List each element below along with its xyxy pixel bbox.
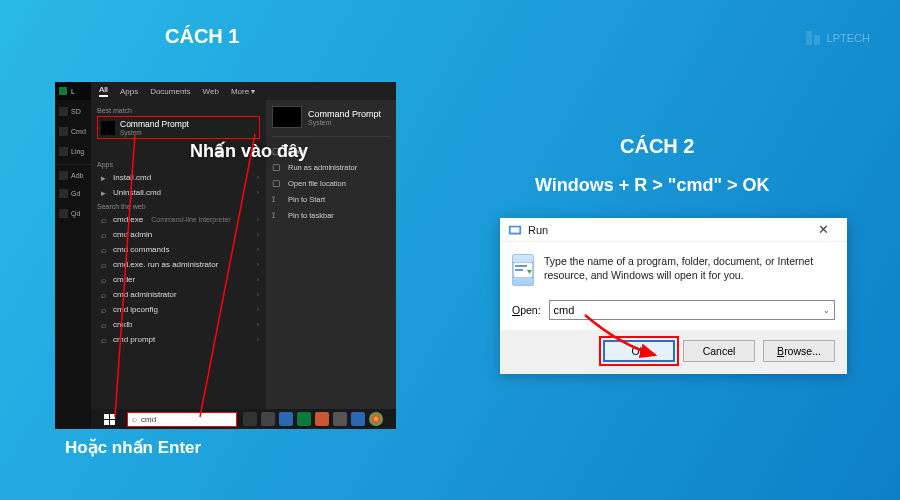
search-icon: ⌕ [98, 335, 108, 345]
web-result[interactable]: ⌕cmd prompt› [97, 332, 260, 347]
svg-rect-1 [814, 35, 820, 45]
search-filter-tabs: All Apps Documents Web More ▾ [91, 82, 396, 100]
window-rail: L SD Cmd Ling Adb Gd Qd [55, 82, 91, 429]
search-icon: ⌕ [98, 260, 108, 270]
rail-item[interactable]: SD [55, 102, 91, 120]
web-result[interactable]: ⌕cmd.exe. run as administrator› [97, 257, 260, 272]
taskbar-chrome-icon[interactable] [369, 412, 383, 426]
heading-method-2: CÁCH 2 [620, 135, 694, 158]
run-dialog: Run ✕ Type the name of a program, folder… [500, 218, 847, 374]
tab-web[interactable]: Web [203, 87, 219, 96]
web-result[interactable]: ⌕cmd ipconfig› [97, 302, 260, 317]
folder-icon: ▢ [272, 178, 282, 188]
taskbar-app-icon[interactable] [315, 412, 329, 426]
svg-rect-0 [806, 31, 812, 45]
file-icon: ▸ [98, 173, 108, 183]
close-icon: ✕ [818, 222, 829, 237]
run-button-row: OK Cancel Browse... [500, 330, 847, 374]
shield-icon: ▢ [272, 162, 282, 172]
apps-label: Apps [97, 161, 260, 168]
taskbar-app-icon[interactable] [279, 412, 293, 426]
best-match-title: Command Prompt [120, 119, 189, 129]
svg-rect-5 [110, 420, 115, 425]
cancel-button[interactable]: Cancel [683, 340, 755, 362]
action-open-location[interactable]: ▢Open file location [272, 175, 390, 191]
rail-item[interactable]: Cmd [55, 122, 91, 140]
ok-button[interactable]: OK [603, 340, 675, 362]
pin-icon: ⟟ [272, 210, 282, 220]
cmd-preview-icon [272, 106, 302, 128]
web-result[interactable]: ⌕cmder› [97, 272, 260, 287]
start-button[interactable] [91, 409, 127, 429]
search-value: cmd [141, 415, 156, 424]
search-web-label: Search the web [97, 203, 260, 210]
open-input-value: cmd [554, 304, 575, 316]
heading-method-1: CÁCH 1 [165, 25, 239, 48]
title-bar: L [55, 82, 91, 100]
svg-rect-2 [104, 414, 109, 419]
taskbar-app-icon[interactable] [297, 412, 311, 426]
search-icon: ⌕ [98, 290, 108, 300]
best-match-result[interactable]: Command Prompt System [97, 116, 260, 139]
annotation-click-here: Nhấn vào đây [190, 140, 308, 162]
web-result[interactable]: ⌕cmdb› [97, 317, 260, 332]
svg-rect-4 [104, 420, 109, 425]
preview-subtitle: System [308, 119, 381, 126]
run-app-icon [512, 254, 534, 286]
taskbar-search-input[interactable]: ⌕ cmd [127, 412, 237, 427]
open-combobox[interactable]: cmd ⌄ [549, 300, 835, 320]
best-match-label: Best match [97, 107, 260, 114]
action-pin-start[interactable]: ⟟Pin to Start [272, 191, 390, 207]
search-icon: ⌕ [98, 275, 108, 285]
run-description: Type the name of a program, folder, docu… [544, 254, 835, 282]
svg-rect-3 [110, 414, 115, 419]
search-icon: ⌕ [98, 320, 108, 330]
chevron-down-icon: ⌄ [823, 306, 830, 315]
pin-icon: ⟟ [272, 194, 282, 204]
search-icon: ⌕ [98, 215, 108, 225]
heading-shortcut: Windows + R > "cmd" > OK [535, 175, 769, 196]
tab-all[interactable]: All [99, 85, 108, 97]
windows-icon [104, 414, 115, 425]
taskbar-app-icon[interactable] [351, 412, 365, 426]
svg-rect-11 [515, 265, 527, 267]
search-icon: ⌕ [98, 230, 108, 240]
web-result[interactable]: ⌕cmd admin› [97, 227, 260, 242]
app-result[interactable]: ▸Install.cmd› [97, 170, 260, 185]
taskbar-app-icon[interactable] [243, 412, 257, 426]
web-result[interactable]: ⌕cmd commands› [97, 242, 260, 257]
search-icon: ⌕ [98, 245, 108, 255]
rail-item[interactable]: Ling [55, 142, 91, 160]
web-result[interactable]: ⌕cmd administrator› [97, 287, 260, 302]
rail-item[interactable]: Qd [55, 204, 91, 222]
run-icon [508, 223, 522, 237]
best-match-subtitle: System [120, 129, 189, 136]
taskbar-app-icon[interactable] [261, 412, 275, 426]
cmd-icon [101, 121, 115, 135]
svg-rect-9 [511, 227, 520, 232]
search-icon: ⌕ [98, 305, 108, 315]
web-result[interactable]: ⌕cmd.exeCommand-line interpreter› [97, 212, 260, 227]
lptech-watermark: LPTECH [805, 30, 870, 46]
search-icon: ⌕ [132, 414, 137, 424]
preview-title: Command Prompt [308, 109, 381, 119]
heading-or-enter: Hoặc nhấn Enter [65, 437, 201, 458]
windows-search-panel: L SD Cmd Ling Adb Gd Qd All Apps Documen… [55, 82, 396, 429]
browse-button[interactable]: Browse... [763, 340, 835, 362]
run-titlebar: Run ✕ [500, 218, 847, 242]
taskbar: ⌕ cmd [91, 409, 396, 429]
rail-item[interactable]: Gd [55, 184, 91, 202]
action-pin-taskbar[interactable]: ⟟Pin to taskbar [272, 207, 390, 223]
taskbar-apps [243, 412, 383, 426]
tab-more[interactable]: More ▾ [231, 87, 255, 96]
app-result[interactable]: ▸Uninstall.cmd› [97, 185, 260, 200]
taskbar-app-icon[interactable] [333, 412, 347, 426]
tab-documents[interactable]: Documents [150, 87, 190, 96]
rail-item[interactable]: Adb [55, 164, 91, 182]
run-title-text: Run [528, 224, 548, 236]
svg-rect-12 [515, 269, 523, 271]
open-label: Open: [512, 304, 541, 316]
close-button[interactable]: ✕ [807, 218, 839, 242]
file-icon: ▸ [98, 188, 108, 198]
tab-apps[interactable]: Apps [120, 87, 138, 96]
